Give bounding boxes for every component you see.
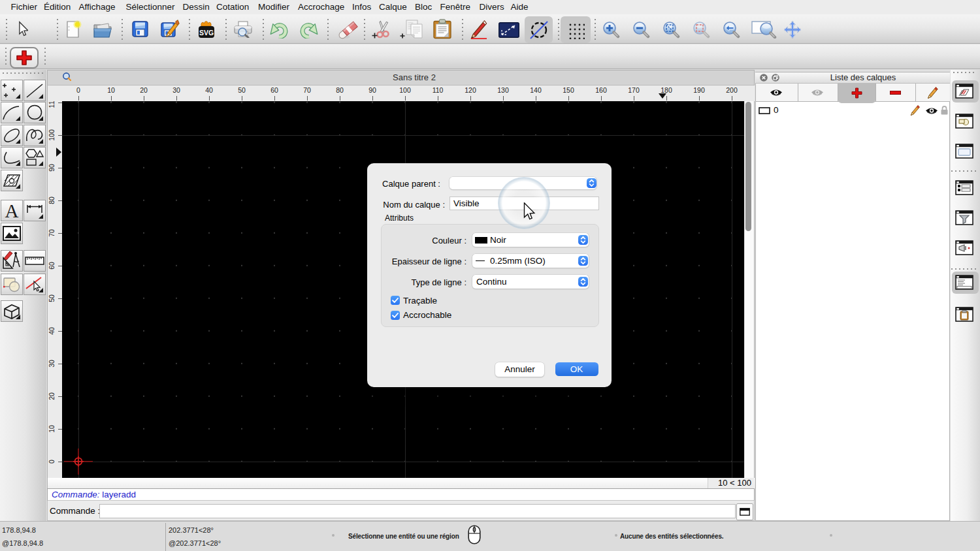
svg-text:SVG: SVG [199, 29, 214, 37]
svg-text:A: A [5, 200, 19, 221]
